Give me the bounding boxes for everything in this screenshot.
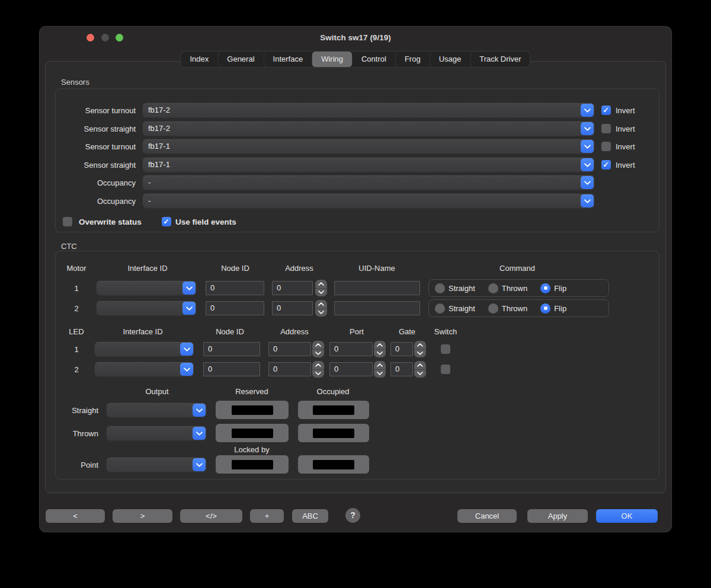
- thrown-reserved-color-button[interactable]: [216, 424, 289, 442]
- xml-code-button[interactable]: </>: [180, 509, 242, 523]
- cancel-button[interactable]: Cancel: [457, 509, 517, 523]
- chevron-down-icon: [182, 302, 196, 315]
- tab-bar: Index General Interface Wiring Control F…: [181, 52, 530, 67]
- led-2-interface-select[interactable]: [95, 362, 194, 376]
- next-button[interactable]: >: [113, 509, 172, 523]
- sensor-straight-1-select[interactable]: fb17-2: [143, 122, 594, 136]
- motor-1-uid-name-input[interactable]: [334, 281, 420, 295]
- abc-button[interactable]: ABC: [292, 509, 328, 523]
- reserved-col-header: Reserved: [235, 387, 268, 396]
- occupancy-1-value: -: [148, 178, 150, 187]
- invert-checkbox-1[interactable]: [601, 106, 611, 115]
- invert-checkbox-2[interactable]: [601, 124, 611, 133]
- led-1-port-stepper[interactable]: [374, 341, 386, 357]
- output-thrown-select[interactable]: [107, 426, 206, 440]
- use-field-events-checkbox[interactable]: [162, 217, 171, 226]
- sensor-straight-2-value: fb17-1: [148, 160, 170, 169]
- motor-1-thrown-radio[interactable]: [488, 283, 498, 293]
- output-col-header: Output: [145, 387, 168, 396]
- led-col-header: LED: [69, 327, 84, 336]
- motor-2-node-id-input[interactable]: 0: [206, 301, 264, 315]
- address-col-header: Address: [285, 264, 313, 273]
- tab-general[interactable]: General: [217, 52, 263, 67]
- motor-1-node-id-input[interactable]: 0: [206, 281, 264, 295]
- led-node-col-header: Node ID: [216, 327, 244, 336]
- led-1-address-input[interactable]: 0: [268, 342, 311, 356]
- tab-wiring[interactable]: Wiring: [312, 52, 352, 67]
- locked-by-label: Locked by: [234, 445, 269, 454]
- sensor-turnout-1-select[interactable]: fb17-2: [143, 103, 594, 117]
- occupancy-label-2: Occupancy: [57, 197, 136, 206]
- led-2-gate-input[interactable]: 0: [390, 362, 413, 376]
- sensor-turnout-2-select[interactable]: fb17-1: [143, 139, 594, 154]
- motor-2-flip-radio[interactable]: [540, 303, 550, 314]
- window-title: Switch sw17 (9/19): [39, 33, 672, 42]
- point-locked-by-color-button[interactable]: [216, 455, 289, 474]
- sensor-turnout-1-value: fb17-2: [148, 106, 170, 114]
- occupancy-2-value: -: [148, 196, 150, 205]
- thrown-radio-label: Thrown: [502, 304, 527, 313]
- output-point-select[interactable]: [107, 458, 206, 472]
- led-2-address-input[interactable]: 0: [268, 362, 311, 376]
- motor-2-address-stepper[interactable]: [315, 300, 327, 317]
- led-1-gate-input[interactable]: 0: [390, 342, 413, 356]
- straight-occupied-color-button[interactable]: [298, 401, 369, 419]
- tab-frog[interactable]: Frog: [395, 52, 430, 67]
- motor-1-flip-radio[interactable]: [540, 283, 550, 293]
- straight-reserved-color-button[interactable]: [216, 401, 289, 419]
- invert-checkbox-3[interactable]: [601, 142, 611, 151]
- led-2-node-id-input[interactable]: 0: [203, 362, 260, 376]
- output-straight-label: Straight: [46, 406, 98, 415]
- output-thrown-label: Thrown: [46, 429, 98, 438]
- flip-radio-label: Flip: [554, 304, 566, 313]
- add-button[interactable]: +: [250, 509, 284, 523]
- led-2-port-stepper[interactable]: [374, 361, 386, 378]
- content-panel: Sensors Sensor turnout fb17-2 Invert Sen…: [45, 61, 666, 493]
- invert-label-4: Invert: [616, 161, 635, 170]
- led-2-address-stepper[interactable]: [312, 361, 324, 378]
- tab-track-driver[interactable]: Track Driver: [470, 52, 530, 67]
- led-2-gate-stepper[interactable]: [414, 361, 426, 378]
- switch-dialog-window: Switch sw17 (9/19) Index General Interfa…: [39, 26, 672, 532]
- occupancy-1-select[interactable]: -: [143, 175, 594, 190]
- chevron-down-icon: [193, 404, 206, 417]
- previous-button[interactable]: <: [46, 509, 105, 523]
- straight-radio-label: Straight: [449, 304, 475, 313]
- tab-control[interactable]: Control: [352, 52, 395, 67]
- led-1-address-stepper[interactable]: [312, 341, 324, 357]
- tab-usage[interactable]: Usage: [430, 52, 470, 67]
- led-2-port-input[interactable]: 0: [329, 362, 373, 376]
- help-button[interactable]: ?: [345, 508, 360, 523]
- led-1-gate-stepper[interactable]: [414, 341, 426, 357]
- sensor-straight-2-select[interactable]: fb17-1: [143, 158, 594, 172]
- use-field-events-label: Use field events: [175, 218, 236, 226]
- chevron-down-icon: [581, 158, 594, 171]
- motor-1-straight-radio[interactable]: [435, 283, 445, 293]
- motor-1-address-stepper[interactable]: [315, 280, 327, 296]
- tab-index[interactable]: Index: [181, 52, 217, 67]
- ok-button[interactable]: OK: [596, 509, 658, 523]
- motor-1-interface-select[interactable]: [97, 281, 196, 295]
- motor-row-number: 2: [74, 304, 78, 313]
- motor-2-uid-name-input[interactable]: [334, 301, 420, 315]
- motor-2-straight-radio[interactable]: [435, 303, 445, 314]
- led-1-switch-checkbox[interactable]: [441, 344, 450, 354]
- tab-interface[interactable]: Interface: [264, 52, 312, 67]
- output-straight-select[interactable]: [107, 403, 206, 417]
- thrown-occupied-color-button[interactable]: [298, 424, 369, 442]
- motor-2-address-input[interactable]: 0: [272, 301, 313, 315]
- chevron-down-icon: [581, 104, 594, 117]
- overwrite-status-checkbox[interactable]: [63, 217, 72, 226]
- led-1-node-id-input[interactable]: 0: [203, 342, 260, 356]
- led-2-switch-checkbox[interactable]: [441, 365, 450, 374]
- motor-1-address-input[interactable]: 0: [272, 281, 313, 295]
- apply-button[interactable]: Apply: [527, 509, 588, 523]
- invert-checkbox-4[interactable]: [601, 160, 611, 170]
- led-1-port-input[interactable]: 0: [329, 342, 373, 356]
- occupancy-2-select[interactable]: -: [143, 194, 594, 208]
- motor-2-command-group: Straight Thrown Flip: [428, 299, 609, 317]
- led-1-interface-select[interactable]: [95, 342, 194, 356]
- point-occupied-color-button[interactable]: [298, 455, 369, 474]
- motor-2-thrown-radio[interactable]: [488, 303, 498, 314]
- motor-2-interface-select[interactable]: [97, 301, 196, 315]
